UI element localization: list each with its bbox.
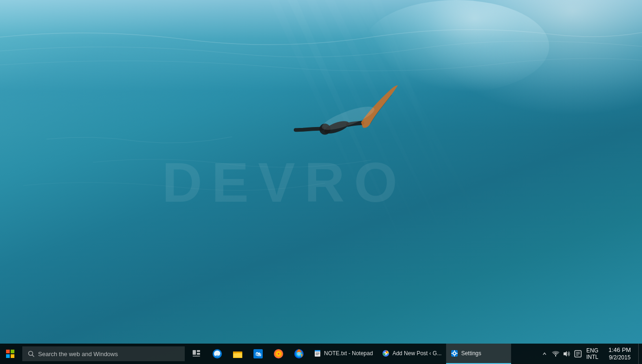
svg-rect-19	[193, 356, 200, 357]
notepad-icon	[314, 350, 321, 357]
taskbar-pinned-icons: 🛍	[207, 344, 309, 364]
search-bar[interactable]: Search the web and Windows	[22, 346, 185, 361]
svg-rect-44	[454, 351, 455, 351]
language-indicator[interactable]: ENG INTL	[584, 344, 601, 364]
clock-time: 1:46 PM	[609, 346, 631, 354]
chevron-up-icon	[542, 351, 547, 356]
svg-rect-45	[454, 356, 455, 357]
svg-rect-10	[6, 350, 10, 353]
svg-rect-35	[315, 350, 320, 351]
notepad-app-label: NOTE.txt - Notepad	[324, 350, 373, 357]
svg-rect-11	[11, 350, 14, 353]
system-tray: ENG INTL 1:46 PM 9/2/2015	[539, 344, 642, 364]
windows-logo-icon	[6, 350, 14, 358]
notifications-tray-icon[interactable]	[572, 344, 584, 364]
svg-rect-16	[193, 350, 196, 355]
svg-point-30	[278, 353, 279, 355]
volume-tray-icon[interactable]	[561, 344, 572, 364]
svg-rect-46	[452, 353, 453, 354]
taskbar-store-icon[interactable]: 🛍	[248, 344, 268, 364]
desktop: DEVRO	[0, 0, 642, 364]
svg-line-15	[32, 355, 34, 357]
clock[interactable]: 1:46 PM 9/2/2015	[601, 344, 638, 364]
svg-rect-13	[11, 354, 14, 358]
svg-text:🛍: 🛍	[255, 351, 261, 358]
svg-rect-17	[197, 350, 200, 352]
network-tray-icon[interactable]	[550, 344, 561, 364]
svg-point-33	[297, 352, 301, 356]
swimmer-figure	[274, 72, 422, 165]
svg-point-43	[454, 352, 455, 354]
clock-date: 9/2/2015	[609, 354, 631, 362]
taskbar-settings-app[interactable]: Settings	[446, 344, 511, 364]
language-code: ENG	[586, 347, 598, 354]
language-locale: INTL	[586, 354, 598, 360]
start-button[interactable]	[0, 344, 20, 364]
taskbar-notepad-app[interactable]: NOTE.txt - Notepad	[309, 344, 377, 364]
show-hidden-icons-button[interactable]	[539, 344, 550, 364]
volume-icon	[563, 350, 571, 358]
notifications-icon	[574, 350, 582, 358]
taskbar-file-explorer-icon[interactable]	[227, 344, 248, 364]
task-view-button[interactable]	[187, 344, 207, 364]
svg-rect-12	[6, 354, 10, 358]
svg-rect-47	[457, 353, 458, 354]
svg-marker-48	[564, 351, 567, 357]
wifi-icon	[552, 351, 559, 357]
chrome-icon	[382, 350, 389, 357]
show-desktop-button[interactable]	[638, 344, 642, 364]
taskbar: Search the web and Windows	[0, 344, 642, 364]
search-bar-placeholder: Search the web and Windows	[38, 351, 118, 358]
svg-rect-24	[233, 353, 242, 358]
taskbar-app5-icon[interactable]	[268, 344, 289, 364]
settings-gear-icon	[451, 350, 458, 357]
settings-app-label: Settings	[461, 350, 481, 357]
svg-rect-18	[197, 353, 200, 355]
search-icon	[28, 351, 34, 357]
taskbar-firefox-icon[interactable]	[289, 344, 309, 364]
task-view-icon	[193, 350, 201, 358]
svg-rect-23	[233, 351, 237, 353]
taskbar-edge-icon[interactable]	[207, 344, 227, 364]
taskbar-browser-post-app[interactable]: Add New Post ‹ G...	[377, 344, 446, 364]
browser-post-app-label: Add New Post ‹ G...	[392, 350, 441, 357]
